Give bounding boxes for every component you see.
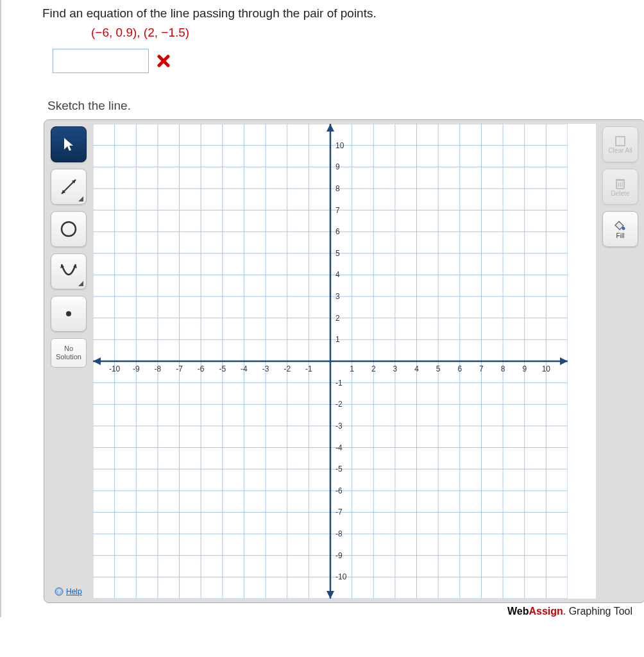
svg-text:9: 9	[522, 364, 527, 373]
svg-point-5	[62, 222, 76, 236]
svg-text:6: 6	[335, 227, 340, 236]
svg-text:?: ?	[57, 588, 61, 595]
points-value: (−6, 0.9), (2, −1.5)	[91, 26, 638, 40]
svg-text:8: 8	[501, 364, 505, 373]
clear-all-button: Clear All	[602, 126, 638, 162]
svg-text:3: 3	[335, 292, 340, 301]
graphing-tool: No Solution -10-9-8-7-6-5-4-3-2-11234567…	[44, 119, 644, 603]
svg-rect-106	[616, 179, 625, 180]
svg-text:7: 7	[335, 206, 340, 215]
svg-text:-10: -10	[109, 364, 121, 373]
svg-text:-2: -2	[284, 364, 291, 373]
svg-text:9: 9	[335, 162, 340, 171]
svg-marker-60	[326, 591, 334, 599]
action-palette: Clear All Delete Fill	[600, 124, 641, 599]
svg-text:1: 1	[335, 335, 340, 344]
svg-text:2: 2	[371, 364, 376, 373]
graph-canvas[interactable]: -10-9-8-7-6-5-4-3-2-112345678910-10-9-8-…	[93, 124, 596, 599]
svg-point-107	[622, 226, 625, 230]
svg-text:-1: -1	[335, 379, 343, 388]
delete-button: Delete	[602, 169, 638, 205]
question-prompt: Find an equation of the line passing thr…	[42, 6, 638, 21]
svg-text:-8: -8	[335, 529, 343, 538]
svg-text:8: 8	[335, 184, 340, 193]
svg-text:10: 10	[542, 364, 551, 373]
svg-text:2: 2	[335, 314, 340, 323]
svg-text:-5: -5	[335, 465, 343, 474]
point-tool-button[interactable]	[51, 296, 87, 332]
pointer-tool-button[interactable]	[51, 126, 87, 162]
svg-text:-7: -7	[176, 364, 183, 373]
tool-palette: No Solution	[48, 124, 89, 599]
svg-marker-58	[93, 357, 101, 365]
svg-text:1: 1	[350, 364, 354, 373]
svg-text:-3: -3	[335, 422, 343, 431]
sketch-label: Sketch the line.	[47, 99, 638, 113]
svg-text:-9: -9	[133, 364, 140, 373]
svg-text:-2: -2	[335, 400, 343, 409]
svg-text:7: 7	[479, 364, 484, 373]
svg-text:-4: -4	[241, 364, 248, 373]
svg-text:-7: -7	[335, 508, 343, 516]
svg-text:-5: -5	[219, 364, 226, 373]
svg-text:-9: -9	[335, 551, 343, 560]
no-solution-button[interactable]: No Solution	[51, 338, 87, 368]
svg-marker-59	[326, 124, 334, 132]
svg-text:10: 10	[335, 141, 344, 150]
incorrect-icon	[157, 54, 171, 68]
svg-text:-3: -3	[262, 364, 269, 373]
svg-text:-6: -6	[335, 486, 343, 495]
circle-tool-button[interactable]	[51, 211, 87, 247]
line-tool-button[interactable]	[51, 169, 87, 205]
svg-text:-6: -6	[198, 364, 205, 373]
svg-point-8	[66, 311, 71, 316]
svg-rect-101	[616, 137, 625, 146]
svg-text:6: 6	[457, 364, 462, 373]
svg-text:-10: -10	[335, 572, 347, 581]
svg-text:3: 3	[393, 364, 398, 373]
fill-button[interactable]: Fill	[602, 211, 638, 247]
svg-text:4: 4	[414, 364, 419, 373]
svg-text:-4: -4	[335, 443, 343, 452]
brand-label: WebAssign. Graphing Tool	[44, 606, 632, 617]
svg-text:4: 4	[335, 270, 340, 279]
help-link[interactable]: ? Help	[55, 587, 82, 596]
parabola-tool-button[interactable]	[51, 253, 87, 289]
svg-text:-1: -1	[305, 364, 312, 373]
answer-input[interactable]	[53, 49, 149, 73]
svg-text:5: 5	[436, 364, 441, 373]
svg-marker-57	[560, 357, 568, 365]
svg-text:5: 5	[335, 249, 340, 258]
svg-text:-8: -8	[155, 364, 162, 373]
